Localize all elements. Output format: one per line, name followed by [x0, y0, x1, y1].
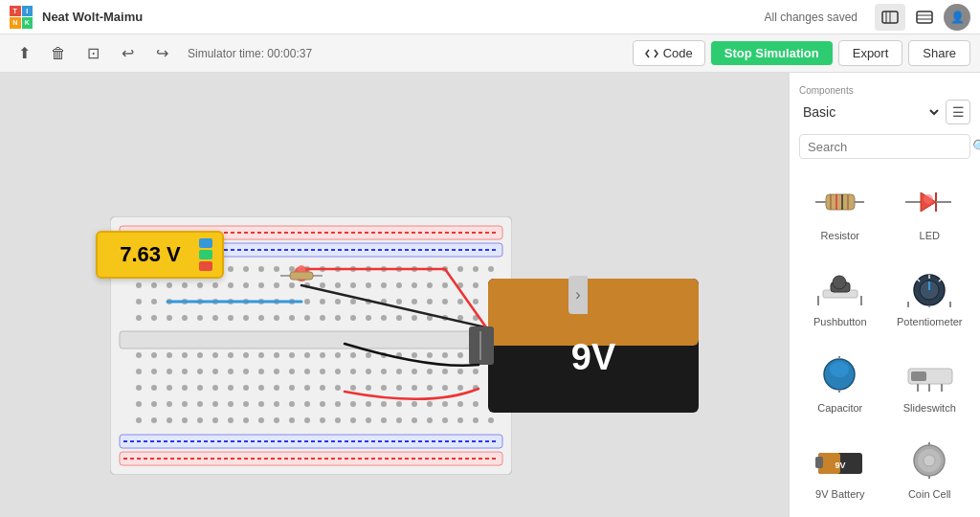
svg-point-123: [304, 352, 310, 358]
svg-point-174: [350, 385, 356, 391]
redo-button[interactable]: ↪: [147, 39, 176, 68]
svg-point-213: [212, 417, 218, 423]
delete-tool-button[interactable]: 🗑: [44, 39, 73, 68]
svg-point-273: [830, 362, 849, 377]
svg-point-185: [151, 401, 157, 407]
svg-point-97: [274, 315, 279, 321]
svg-text:9V: 9V: [571, 337, 616, 377]
svg-point-133: [457, 352, 463, 358]
components-sidebar: Components Basic ☰ 🔍: [789, 73, 980, 517]
svg-point-103: [366, 315, 371, 321]
svg-point-53: [335, 282, 341, 288]
component-9v-battery[interactable]: 9V 9V Battery: [799, 431, 881, 509]
undo-button[interactable]: ↩: [113, 39, 142, 68]
svg-point-149: [335, 369, 341, 374]
svg-point-210: [167, 417, 172, 423]
component-led[interactable]: LED: [889, 172, 971, 251]
svg-point-46: [228, 282, 234, 288]
svg-point-193: [274, 401, 279, 407]
voltmeter-reading: 7.63 V: [107, 242, 193, 267]
toolbar: ⬆ 🗑 ⊡ ↩ ↪ Simulator time: 00:00:37 Code …: [0, 34, 980, 73]
svg-point-127: [366, 352, 371, 358]
coin-cell-label: Coin Cell: [908, 488, 951, 500]
circuit-view-button[interactable]: [875, 4, 905, 31]
sidebar-toggle-button[interactable]: ›: [568, 276, 588, 314]
svg-point-194: [289, 401, 295, 407]
svg-point-195: [304, 401, 310, 407]
component-capacitor[interactable]: Capacitor: [799, 345, 881, 423]
import-tool-button[interactable]: ⬆: [10, 39, 38, 68]
stop-sim-label: Stop Simulation: [724, 46, 819, 60]
svg-rect-242: [488, 279, 699, 346]
svg-point-163: [182, 385, 188, 391]
user-avatar[interactable]: 👤: [944, 4, 970, 31]
stop-simulation-button[interactable]: Stop Simulation: [711, 41, 833, 65]
svg-point-100: [320, 315, 325, 321]
svg-point-209: [151, 417, 157, 423]
svg-point-162: [167, 385, 172, 391]
export-button[interactable]: Export: [838, 40, 903, 66]
circuit-canvas[interactable]: // Inline generation not possible, use s…: [0, 73, 789, 517]
svg-point-212: [197, 417, 203, 423]
schematic-view-button[interactable]: [909, 4, 940, 31]
svg-point-190: [228, 401, 234, 407]
svg-point-60: [442, 282, 448, 288]
svg-point-138: [167, 369, 172, 374]
svg-point-25: [274, 266, 279, 272]
svg-point-130: [412, 352, 417, 358]
svg-point-120: [258, 352, 264, 358]
svg-point-197: [335, 401, 341, 407]
resistor-image: [812, 178, 869, 226]
svg-point-55: [366, 282, 371, 288]
component-resistor[interactable]: Resistor: [799, 172, 881, 251]
share-button[interactable]: Share: [908, 40, 970, 66]
svg-point-82: [412, 299, 417, 304]
search-input[interactable]: [808, 140, 969, 154]
svg-point-57: [396, 282, 402, 288]
svg-point-122: [289, 352, 295, 358]
svg-point-139: [182, 369, 188, 374]
svg-point-142: [228, 369, 234, 374]
svg-point-179: [427, 385, 433, 391]
svg-point-205: [457, 401, 463, 407]
svg-point-49: [274, 282, 279, 288]
nav-icons: 👤: [875, 4, 970, 31]
logo-n: N: [10, 17, 21, 29]
resistor-label: Resistor: [821, 230, 859, 241]
svg-point-201: [396, 401, 402, 407]
potentiometer-image: [901, 264, 958, 312]
component-slideswitch[interactable]: Slideswitch: [889, 345, 971, 423]
component-pushbutton[interactable]: Pushbutton: [799, 258, 881, 337]
svg-point-48: [258, 282, 264, 288]
share-label: Share: [923, 46, 956, 60]
pushbutton-image: [812, 264, 869, 312]
svg-point-184: [136, 401, 142, 407]
svg-point-164: [197, 385, 203, 391]
category-select[interactable]: Basic: [799, 103, 942, 121]
svg-point-45: [212, 282, 218, 288]
svg-point-228: [442, 417, 448, 423]
component-potentiometer[interactable]: Potentiometer: [889, 258, 971, 337]
svg-point-37: [457, 266, 463, 272]
component-coin-cell[interactable]: Coin Cell: [889, 431, 971, 509]
svg-point-23: [243, 266, 249, 272]
svg-point-26: [289, 266, 295, 272]
list-view-button[interactable]: ☰: [946, 100, 970, 124]
indicator-r: [199, 261, 212, 271]
svg-point-219: [304, 417, 310, 423]
svg-rect-11: [120, 331, 502, 348]
svg-point-96: [258, 315, 264, 321]
rotate-tool-button[interactable]: ⊡: [78, 39, 107, 68]
svg-point-173: [335, 385, 341, 391]
svg-point-124: [320, 352, 325, 358]
logo-k: K: [22, 17, 33, 29]
logo-t: T: [10, 6, 21, 17]
svg-point-144: [258, 369, 264, 374]
svg-point-187: [182, 401, 188, 407]
code-button[interactable]: Code: [633, 40, 705, 66]
pushbutton-label: Pushbutton: [813, 316, 867, 327]
svg-point-114: [167, 352, 172, 358]
svg-point-52: [320, 282, 325, 288]
svg-point-38: [473, 266, 479, 272]
svg-point-165: [212, 385, 218, 391]
